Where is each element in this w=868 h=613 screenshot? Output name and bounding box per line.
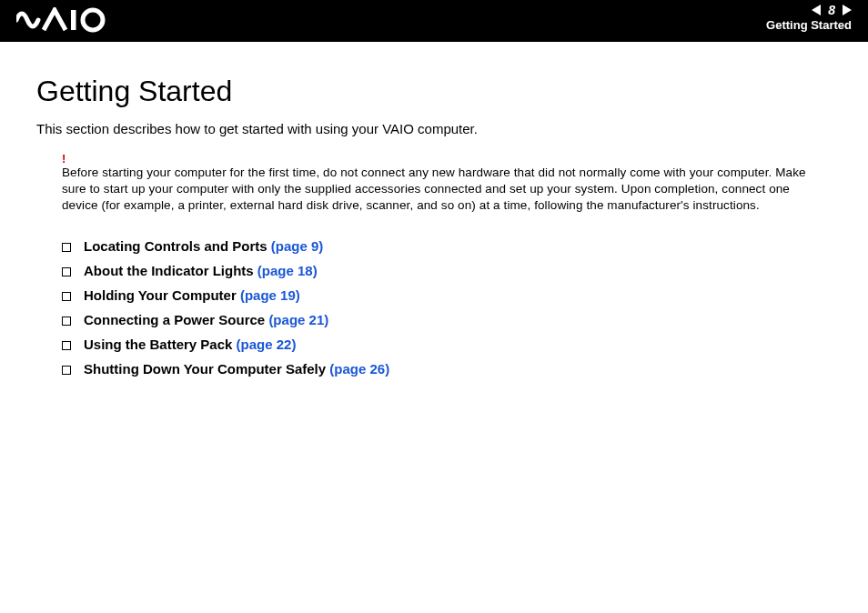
bullet-icon bbox=[62, 267, 71, 276]
page-title: Getting Started bbox=[36, 75, 832, 108]
toc-page-link[interactable]: (page 26) bbox=[329, 361, 389, 377]
toc-page-link[interactable]: (page 18) bbox=[257, 263, 318, 278]
warning-text: Before starting your computer for the fi… bbox=[62, 165, 823, 215]
svg-rect-0 bbox=[71, 10, 76, 30]
toc-label: Locating Controls and Ports bbox=[84, 238, 271, 254]
toc-page-link[interactable]: (page 22) bbox=[237, 337, 297, 352]
breadcrumb: Getting Started bbox=[766, 18, 852, 32]
bullet-icon bbox=[62, 317, 71, 326]
next-page-arrow-icon[interactable] bbox=[843, 5, 852, 15]
prev-page-arrow-icon[interactable] bbox=[812, 5, 821, 15]
page-content: Getting Started This section describes h… bbox=[0, 42, 868, 377]
warning-block: ! Before starting your computer for the … bbox=[36, 153, 832, 215]
toc-item: Holding Your Computer (page 19) bbox=[62, 287, 832, 303]
bullet-icon bbox=[62, 243, 71, 252]
toc-label: Connecting a Power Source bbox=[84, 312, 268, 327]
bullet-icon bbox=[62, 292, 71, 301]
toc-item: Using the Battery Pack (page 22) bbox=[62, 337, 832, 352]
toc-page-link[interactable]: (page 9) bbox=[271, 238, 324, 254]
toc-item: Connecting a Power Source (page 21) bbox=[62, 312, 832, 327]
header-bar: 8 Getting Started bbox=[0, 0, 868, 42]
toc-label: Holding Your Computer bbox=[84, 287, 240, 303]
toc-item: Shutting Down Your Computer Safely (page… bbox=[62, 361, 832, 377]
warning-icon: ! bbox=[62, 153, 823, 165]
toc-label: Using the Battery Pack bbox=[84, 337, 237, 352]
toc-item: About the Indicator Lights (page 18) bbox=[62, 263, 832, 278]
intro-text: This section describes how to get starte… bbox=[36, 121, 832, 136]
toc-list: Locating Controls and Ports (page 9) Abo… bbox=[36, 238, 832, 377]
bullet-icon bbox=[62, 341, 71, 350]
header-nav: 8 Getting Started bbox=[766, 4, 852, 32]
toc-page-link[interactable]: (page 21) bbox=[268, 312, 328, 327]
page-number: 8 bbox=[828, 4, 835, 16]
bullet-icon bbox=[62, 366, 71, 375]
toc-label: About the Indicator Lights bbox=[84, 263, 257, 278]
vaio-logo-icon bbox=[16, 7, 107, 36]
toc-item: Locating Controls and Ports (page 9) bbox=[62, 238, 832, 254]
svg-point-1 bbox=[83, 10, 103, 30]
toc-label: Shutting Down Your Computer Safely bbox=[84, 361, 329, 377]
toc-page-link[interactable]: (page 19) bbox=[240, 287, 300, 303]
